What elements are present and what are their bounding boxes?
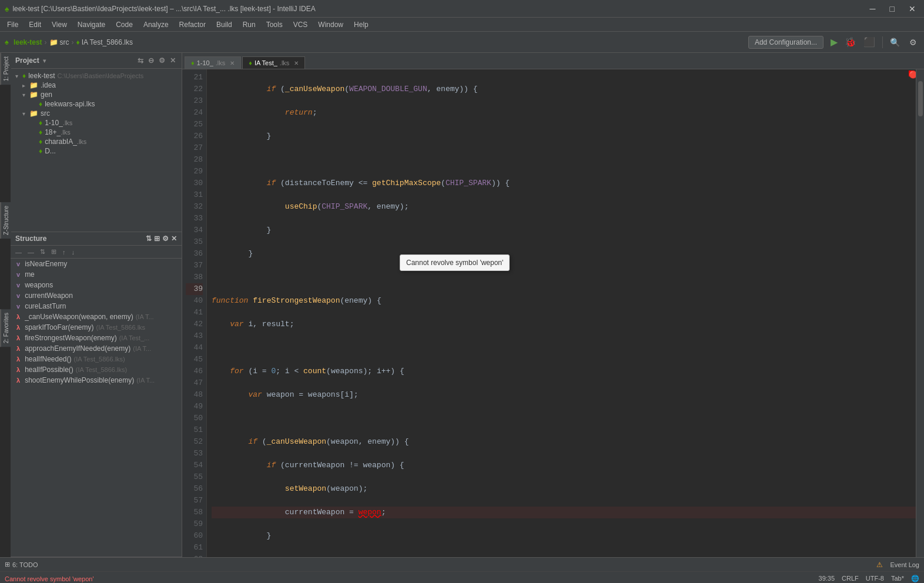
collapse-all-button[interactable]: ⊖: [147, 55, 155, 66]
struct-item-label: currentWeapon: [25, 292, 73, 300]
alphabetical-sort-button[interactable]: ⇅: [146, 234, 152, 243]
sync-button[interactable]: ⇆: [136, 55, 145, 66]
left-sidebar: Project ▾ ⇆ ⊖ ⚙ ✕ ▾ ♦ leek-test C:\Users…: [11, 53, 182, 557]
settings-button[interactable]: ⚙: [907, 36, 919, 48]
tree-item-charablA[interactable]: ♦ charabIA_ .lks: [11, 137, 182, 146]
struct-item-shootEnemyWhilePossible[interactable]: λ shootEnemyWhilePossible(enemy) (IA T..…: [11, 375, 182, 386]
struct-item-me[interactable]: v me: [11, 269, 182, 280]
struct-item-detail: (IA Test_5866.lks): [76, 366, 127, 373]
tab-close-button[interactable]: ✕: [230, 60, 235, 66]
tab-1-10[interactable]: ♦ 1-10_ .lks ✕: [185, 56, 241, 69]
menu-help[interactable]: Help: [349, 19, 373, 30]
menu-view[interactable]: View: [47, 19, 72, 30]
tree-item-leek-test[interactable]: ▾ ♦ leek-test C:\Users\Bastien\IdeaProje…: [11, 71, 182, 81]
stop-button[interactable]: ⬛: [861, 35, 878, 49]
encoding[interactable]: UTF-8: [866, 575, 884, 582]
breadcrumb-project[interactable]: leek-test: [14, 38, 42, 46]
settings-icon[interactable]: ⚙: [158, 55, 166, 66]
code-line-34: var weapon = weapons[i];: [212, 389, 919, 401]
main-layout: 1: Project Z-Structure 2: Favorites Proj…: [0, 53, 924, 557]
tree-label: charabIA_: [45, 138, 77, 146]
code-editor[interactable]: 2122232425 2627282930 3132333435 3637383…: [182, 69, 924, 557]
struct-item-healIfPossible[interactable]: λ healIfPossible() (IA Test_5866.lks): [11, 364, 182, 375]
structure-settings-button[interactable]: ⚙: [162, 234, 169, 243]
menu-run[interactable]: Run: [238, 19, 260, 30]
filter-button[interactable]: ⊞: [49, 247, 59, 257]
close-button[interactable]: ✕: [905, 3, 919, 15]
menu-edit[interactable]: Edit: [24, 19, 46, 30]
struct-item-healIfNeeded[interactable]: λ healIfNeeded() (IA Test_5866.lks): [11, 354, 182, 364]
expand-all-button[interactable]: —: [13, 247, 24, 257]
struct-item-fireStrongestWeapon[interactable]: λ fireStrongestWeapon(enemy) (IA Test_..…: [11, 333, 182, 343]
struct-item-canUseWeapon[interactable]: λ _canUseWeapon(weapon, enemy) (IA T...: [11, 311, 182, 322]
menu-analyze[interactable]: Analyze: [139, 19, 173, 30]
struct-item-sparkIfTooFar[interactable]: λ sparkIfTooFar(enemy) (IA Test_5866.lks: [11, 322, 182, 333]
project-panel-tab[interactable]: 1: Project: [0, 53, 11, 85]
scroll-thumb[interactable]: [918, 81, 923, 116]
code-line-27: }: [212, 225, 919, 236]
cursor-position[interactable]: 39:35: [819, 575, 835, 582]
tab-file-icon: ♦: [191, 59, 195, 66]
tree-item-idea[interactable]: ▸ 📁 .idea: [11, 81, 182, 90]
maximize-button[interactable]: □: [886, 3, 898, 15]
folder-icon: 📁: [29, 109, 38, 118]
hide-panel-button[interactable]: ✕: [169, 55, 177, 66]
tab-close-button[interactable]: ✕: [294, 60, 299, 66]
tree-item-leekwars-api[interactable]: ♦ leekwars-api.lks: [11, 99, 182, 109]
breadcrumb-folder: 📁 src: [49, 38, 69, 46]
menu-window[interactable]: Window: [313, 19, 348, 30]
todo-panel-button[interactable]: ⊞ 6: TODO: [5, 561, 38, 568]
code-line-28: }: [212, 248, 919, 260]
group-button[interactable]: ⊞: [154, 234, 160, 243]
menu-vcs[interactable]: VCS: [289, 19, 313, 30]
tree-item-other[interactable]: ♦ D...: [11, 146, 182, 156]
tree-label: leek-test: [28, 72, 55, 80]
run-button[interactable]: ▶: [828, 35, 840, 49]
indent-type[interactable]: Tab*: [891, 575, 904, 582]
collapse-button[interactable]: —: [25, 247, 36, 257]
tree-item-gen[interactable]: ▾ 📁 gen: [11, 90, 182, 99]
tree-item-18plus[interactable]: ♦ 18+_ .lks: [11, 128, 182, 137]
struct-item-currentWeapon[interactable]: v currentWeapon: [11, 290, 182, 301]
debug-button[interactable]: 🐞: [842, 35, 859, 49]
variable-icon: v: [15, 271, 21, 278]
add-configuration-button[interactable]: Add Configuration...: [748, 36, 823, 49]
project-header-dropdown[interactable]: ▾: [43, 58, 46, 64]
struct-item-cureLastTurn[interactable]: v cureLastTurn: [11, 301, 182, 311]
struct-item-approachEnemyIfNeeded[interactable]: λ approachEnemyIfNeeded(enemy) (IA T...: [11, 343, 182, 354]
menu-navigate[interactable]: Navigate: [73, 19, 110, 30]
event-log-button[interactable]: Event Log: [890, 561, 919, 568]
folder-icon: 📁: [29, 81, 38, 89]
structure-toolbar: — — ⇅ ⊞ ↑ ↓: [11, 246, 182, 259]
up-button[interactable]: ↑: [60, 247, 68, 257]
code-line-38: setWeapon(weapon);: [212, 483, 919, 495]
z-structure-tab[interactable]: Z-Structure: [0, 202, 11, 239]
tree-label: leekwars-api.lks: [45, 100, 95, 108]
menu-tools[interactable]: Tools: [262, 19, 287, 30]
code-line-22: return;: [212, 107, 919, 119]
code-content[interactable]: if (_canUseWeapon(WEAPON_DOUBLE_GUN, ene…: [207, 69, 924, 557]
code-line-24: [212, 154, 919, 166]
menu-refactor[interactable]: Refactor: [175, 19, 210, 30]
scrollbar[interactable]: [916, 69, 924, 557]
tree-item-src[interactable]: ▾ 📁 src: [11, 109, 182, 118]
struct-item-label: approachEnemyIfNeeded(enemy): [25, 344, 130, 353]
struct-item-isNearEnemy[interactable]: v isNearEnemy: [11, 259, 182, 269]
tree-item-1-10[interactable]: ♦ 1-10_ .lks: [11, 118, 182, 128]
menu-code[interactable]: Code: [111, 19, 138, 30]
down-button[interactable]: ↓: [69, 247, 78, 257]
tree-arrow: ▾: [22, 110, 29, 117]
favorites-tab[interactable]: 2: Favorites: [0, 309, 11, 347]
menu-file[interactable]: File: [2, 19, 23, 30]
struct-item-weapons[interactable]: v weapons: [11, 280, 182, 290]
struct-item-label: weapons: [25, 281, 53, 289]
tab-label: 1-10_: [197, 59, 213, 66]
line-ending[interactable]: CRLF: [842, 575, 859, 582]
tab-ia-test[interactable]: ♦ IA Test_ .lks ✕: [242, 56, 305, 69]
run-controls: ▶ 🐞 ⬛: [828, 35, 878, 49]
search-button[interactable]: 🔍: [888, 36, 902, 48]
sort-button[interactable]: ⇅: [38, 247, 48, 257]
menu-build[interactable]: Build: [212, 19, 237, 30]
minimize-button[interactable]: ─: [866, 3, 879, 15]
structure-hide-button[interactable]: ✕: [171, 234, 177, 243]
